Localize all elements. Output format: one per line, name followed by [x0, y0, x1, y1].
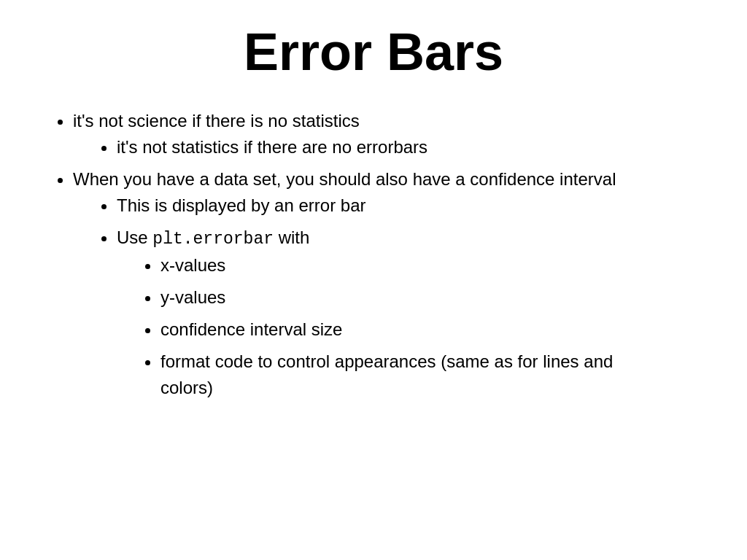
- bullet-list-level2-b: This is displayed by an error bar Use pl…: [73, 192, 703, 401]
- slide-content: it's not science if there is no statisti…: [44, 108, 703, 407]
- list-item-l1-2: When you have a data set, you should als…: [73, 166, 703, 401]
- list-item-l3-2: y-values: [160, 284, 703, 311]
- code-plt-errorbar: plt.errorbar: [152, 230, 274, 249]
- bullet-list-level3: x-values y-values confidence interval si…: [117, 252, 703, 401]
- list-item-l3-4: format code to control appearances (same…: [160, 349, 703, 401]
- list-item-l1-1: it's not science if there is no statisti…: [73, 108, 703, 160]
- slide-title: Error Bars: [44, 22, 703, 82]
- bullet-list-level2-a: it's not statistics if there are no erro…: [73, 134, 703, 160]
- list-item-l2-2: This is displayed by an error bar: [117, 192, 703, 219]
- list-item-l3-1: x-values: [160, 252, 703, 279]
- list-item-l2-3: Use plt.errorbar with x-values y-values …: [117, 225, 703, 401]
- slide: Error Bars it's not science if there is …: [0, 0, 747, 560]
- list-item-l3-3: confidence interval size: [160, 316, 703, 343]
- list-item-l2-1: it's not statistics if there are no erro…: [117, 134, 703, 160]
- list-item-l3-4-text: format code to control appearances (same…: [160, 351, 613, 397]
- bullet-list-level1: it's not science if there is no statisti…: [44, 108, 703, 401]
